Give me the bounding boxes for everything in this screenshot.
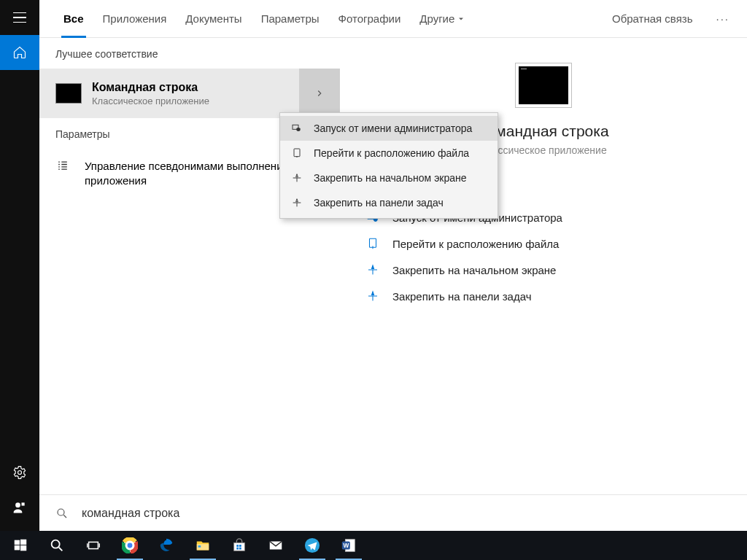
pin-taskbar-icon xyxy=(365,289,381,303)
tab-label: Фотографии xyxy=(338,12,401,25)
list-icon xyxy=(55,159,71,176)
svg-rect-22 xyxy=(198,545,201,548)
svg-rect-24 xyxy=(236,545,239,547)
taskbar-edge[interactable] xyxy=(149,531,184,560)
chevron-down-icon xyxy=(457,15,465,23)
svg-point-8 xyxy=(58,509,64,516)
svg-rect-10 xyxy=(20,540,26,545)
search-content: Лучшее соответствие Командная строка Кла… xyxy=(39,38,747,494)
start-expand-button[interactable] xyxy=(0,0,39,35)
search-input-bar[interactable]: командная строка xyxy=(39,494,747,531)
svg-rect-12 xyxy=(20,545,26,551)
chevron-right-icon xyxy=(314,88,325,98)
admin-shield-icon xyxy=(290,122,303,134)
pin-start-icon xyxy=(290,172,303,184)
taskbar: W xyxy=(0,531,747,560)
tab-label: Параметры xyxy=(261,12,320,25)
file-explorer-icon xyxy=(194,537,212,554)
svg-point-0 xyxy=(18,471,22,475)
start-user-button[interactable] xyxy=(0,490,39,525)
best-match-title: Командная строка xyxy=(92,81,209,94)
search-panel: Все Приложения Документы Параметры Фотог… xyxy=(39,0,747,531)
pin-start-icon xyxy=(365,263,381,276)
search-icon xyxy=(55,507,69,520)
context-menu-label: Закрепить на начальном экране xyxy=(314,172,467,184)
svg-rect-7 xyxy=(294,149,300,157)
best-match-expand-button[interactable] xyxy=(299,69,340,118)
taskbar-store[interactable] xyxy=(222,531,257,560)
search-tabs: Все Приложения Документы Параметры Фотог… xyxy=(39,0,747,38)
more-options-button[interactable]: ··· xyxy=(705,12,740,25)
tab-apps[interactable]: Приложения xyxy=(93,0,177,38)
search-query-text: командная строка xyxy=(82,507,179,520)
folder-location-icon xyxy=(290,147,303,159)
tab-label: Другие xyxy=(419,12,454,25)
taskbar-chrome[interactable] xyxy=(112,531,147,560)
home-icon xyxy=(12,45,27,60)
tab-photos[interactable]: Фотографии xyxy=(329,0,411,38)
start-settings-button[interactable] xyxy=(0,455,39,490)
svg-point-13 xyxy=(52,540,60,548)
pin-taskbar-icon xyxy=(290,197,303,209)
start-button[interactable] xyxy=(3,531,38,560)
section-best-match-label: Лучшее соответствие xyxy=(39,38,340,69)
hamburger-icon xyxy=(13,12,26,23)
tab-all[interactable]: Все xyxy=(54,0,93,38)
tab-label: Приложения xyxy=(103,12,167,25)
svg-rect-25 xyxy=(239,545,241,547)
taskbar-word[interactable]: W xyxy=(331,531,366,560)
action-open-location[interactable]: Перейти к расположению файла xyxy=(362,230,725,257)
feedback-label: Обратная связь xyxy=(612,12,693,25)
gear-icon xyxy=(12,465,27,480)
details-app-thumbnail xyxy=(515,63,572,108)
context-menu-label: Перейти к расположению файла xyxy=(314,147,469,159)
user-icon xyxy=(12,500,27,515)
details-column: Командная строка Классическое приложение… xyxy=(340,38,747,494)
search-icon xyxy=(48,537,66,554)
taskbar-taskview-button[interactable] xyxy=(76,531,111,560)
taskbar-explorer[interactable] xyxy=(185,531,220,560)
context-menu-label: Запуск от имени администратора xyxy=(314,122,472,134)
details-subtitle: Классическое приложение xyxy=(480,144,606,156)
tab-label: Все xyxy=(63,12,84,25)
action-label: Закрепить на панели задач xyxy=(392,290,532,303)
best-match-subtitle: Классическое приложение xyxy=(92,96,209,106)
results-column: Лучшее соответствие Командная строка Кла… xyxy=(39,38,340,494)
svg-point-1 xyxy=(15,502,20,508)
windows-logo-icon xyxy=(12,537,29,554)
tab-label: Документы xyxy=(185,12,241,25)
svg-rect-11 xyxy=(15,545,20,550)
context-menu: Запуск от имени администратора Перейти к… xyxy=(279,112,498,219)
svg-rect-26 xyxy=(236,548,239,550)
action-label: Перейти к расположению файла xyxy=(392,238,559,250)
taskview-icon xyxy=(85,537,102,554)
start-menu-sidebar xyxy=(0,0,39,531)
svg-rect-2 xyxy=(22,502,25,505)
context-menu-open-location[interactable]: Перейти к расположению файла xyxy=(280,141,498,166)
chrome-icon xyxy=(121,537,139,554)
taskbar-telegram[interactable] xyxy=(295,531,330,560)
edge-icon xyxy=(158,537,175,554)
context-menu-run-as-admin[interactable]: Запуск от имени администратора xyxy=(280,116,498,141)
taskbar-search-button[interactable] xyxy=(39,531,74,560)
action-pin-taskbar[interactable]: Закрепить на панели задач xyxy=(362,283,725,309)
tab-more[interactable]: Другие xyxy=(410,0,474,38)
tab-documents[interactable]: Документы xyxy=(176,0,251,38)
context-menu-pin-taskbar[interactable]: Закрепить на панели задач xyxy=(280,190,498,215)
context-menu-pin-start[interactable]: Закрепить на начальном экране xyxy=(280,166,498,190)
start-home-button[interactable] xyxy=(0,35,39,70)
feedback-link[interactable]: Обратная связь xyxy=(602,12,703,25)
folder-location-icon xyxy=(365,237,381,250)
svg-rect-27 xyxy=(239,548,241,550)
svg-rect-14 xyxy=(89,542,98,548)
tab-settings[interactable]: Параметры xyxy=(252,0,329,38)
svg-rect-9 xyxy=(15,540,20,545)
mail-icon xyxy=(267,537,285,554)
best-match-item[interactable]: Командная строка Классическое приложение xyxy=(39,69,340,118)
telegram-icon xyxy=(303,537,321,554)
svg-text:W: W xyxy=(343,542,349,549)
taskbar-mail[interactable] xyxy=(258,531,293,560)
action-pin-start[interactable]: Закрепить на начальном экране xyxy=(362,257,725,283)
cmd-thumbnail-icon xyxy=(55,83,82,104)
word-icon: W xyxy=(340,537,357,554)
